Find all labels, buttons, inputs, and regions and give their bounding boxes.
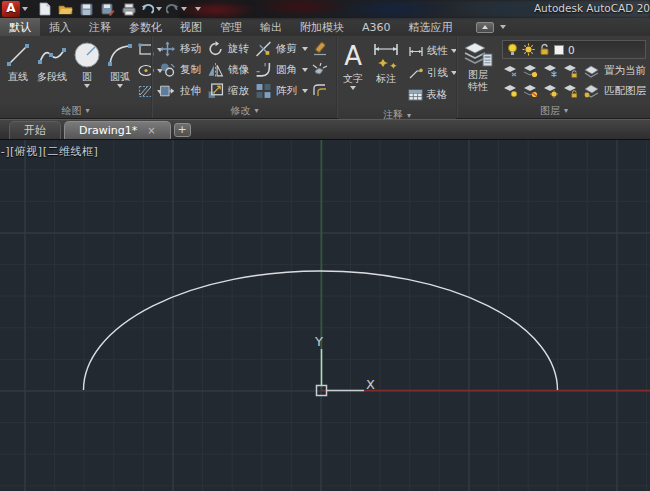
scale-icon (207, 83, 224, 99)
open-file-button[interactable] (57, 1, 74, 17)
undo-dropdown-icon[interactable] (156, 7, 162, 11)
move-icon (159, 41, 176, 57)
array-button[interactable]: 阵列 (253, 83, 310, 99)
redo-dropdown-icon[interactable] (181, 7, 187, 11)
new-file-button[interactable] (36, 1, 53, 17)
circle-button[interactable]: 圆 (70, 38, 104, 103)
stretch-icon (159, 83, 176, 99)
file-tab-start[interactable]: 开始 (9, 121, 61, 139)
ribbon-minimize-button[interactable] (476, 18, 506, 36)
ribbon-tab-insert[interactable]: 插入 (40, 18, 80, 36)
layer-properties-button[interactable]: 图层 特性 (460, 38, 496, 103)
layer-select-dropdown[interactable]: 0 (502, 40, 646, 59)
layer-freeze-button[interactable] (542, 63, 559, 79)
layer-off-button[interactable] (502, 63, 519, 79)
model-space-canvas[interactable]: [-][俯视][二维线框] X Y (0, 140, 650, 491)
offset-button[interactable] (312, 83, 329, 99)
explode-button[interactable] (312, 62, 329, 78)
fillet-dropdown-icon[interactable] (302, 68, 308, 72)
scale-button[interactable]: 缩放 (205, 83, 251, 99)
ribbon-minimize-icon (476, 22, 494, 33)
arc-button[interactable]: 圆弧 (104, 38, 136, 103)
trim-dropdown-icon[interactable] (302, 47, 308, 51)
text-dropdown-icon[interactable] (350, 86, 356, 90)
layer-unlock-icon (539, 43, 550, 56)
ribbon-tab-featured-apps[interactable]: 精选应用 (400, 18, 462, 36)
drawing-overlay: X Y (0, 140, 650, 491)
panel-modify: 移动 旋转 修剪 复制 (153, 36, 336, 118)
close-tab-icon[interactable]: × (147, 125, 155, 136)
erase-button[interactable] (312, 41, 329, 57)
ribbon-tab-default[interactable]: 默认 (0, 18, 40, 36)
ucs-x-label: X (366, 377, 375, 392)
stretch-button[interactable]: 拉伸 (157, 83, 203, 99)
ribbon-tab-a360[interactable]: A360 (353, 18, 400, 36)
set-current-layer-button[interactable]: 置为当前 (604, 64, 646, 78)
ribbon-tab-addins[interactable]: 附加模块 (291, 18, 353, 36)
ribbon-tab-annotate[interactable]: 注释 (80, 18, 120, 36)
table-button[interactable]: 表格 (408, 85, 457, 105)
dimension-button[interactable]: 标注 (368, 38, 404, 108)
rotate-icon (207, 41, 224, 57)
arc-dropdown-icon[interactable] (117, 84, 123, 88)
array-dropdown-icon[interactable] (302, 89, 308, 93)
layer-isolate-button[interactable] (522, 63, 539, 79)
linear-dimension-icon (408, 46, 424, 57)
fillet-button[interactable]: 圆角 (253, 62, 310, 78)
polyline-button[interactable]: 多段线 (34, 38, 70, 103)
undo-button[interactable] (141, 3, 162, 15)
layer-tools-row-1: 置为当前 (502, 61, 646, 81)
save-floppy-icon (80, 3, 93, 16)
copy-button[interactable]: 复制 (157, 62, 203, 78)
move-button[interactable]: 移动 (157, 41, 203, 57)
match-layer-button[interactable]: 匹配图层 (604, 84, 646, 98)
trim-button[interactable]: 修剪 (253, 41, 310, 57)
redo-button[interactable] (166, 3, 187, 15)
layer-thaw-button[interactable] (542, 83, 559, 99)
panel-title-modify[interactable]: 修改 (153, 103, 336, 118)
offset-icon (312, 83, 328, 98)
layer-unisolate-button[interactable] (522, 83, 539, 99)
ribbon-minimize-dropdown-icon[interactable] (500, 25, 506, 29)
file-tab-drawing1[interactable]: Drawing1* × (64, 121, 171, 139)
layer-lock-button[interactable] (562, 63, 579, 79)
layer-color-swatch[interactable] (554, 45, 564, 55)
circle-icon (73, 39, 101, 71)
ribbon-tab-parametric[interactable]: 参数化 (120, 18, 171, 36)
ribbon-tab-manage[interactable]: 管理 (211, 18, 251, 36)
ribbon-tab-output[interactable]: 输出 (251, 18, 291, 36)
qat-customize-icon[interactable] (195, 7, 201, 11)
layer-properties-icon (463, 39, 493, 69)
line-button[interactable]: 直线 (2, 38, 34, 103)
circle-dropdown-icon[interactable] (84, 84, 90, 88)
table-icon (408, 89, 423, 101)
ribbon-tab-view[interactable]: 视图 (171, 18, 211, 36)
explode-icon (312, 62, 328, 77)
ellipse-arc-entity[interactable] (84, 271, 558, 390)
arc-icon (107, 39, 133, 71)
text-icon: A (344, 39, 362, 73)
text-button[interactable]: A 文字 (340, 38, 366, 108)
new-file-icon (39, 2, 51, 16)
quick-access-toolbar (36, 1, 201, 17)
dimension-icon (371, 39, 401, 73)
save-as-button[interactable] (99, 1, 116, 17)
application-menu-button[interactable]: A (2, 0, 28, 18)
mirror-icon (207, 62, 224, 78)
layer-on-button[interactable] (502, 83, 519, 99)
plot-button[interactable] (120, 1, 137, 17)
mirror-button[interactable]: 镜像 (205, 62, 251, 78)
new-drawing-tab-button[interactable]: + (174, 123, 191, 137)
linear-dimension-button[interactable]: 线性 (408, 41, 457, 61)
window-title: Autodesk AutoCAD 20 (534, 2, 650, 14)
line-icon (5, 39, 31, 71)
panel-title-draw[interactable]: 绘图 (0, 103, 151, 118)
printer-icon (122, 3, 136, 16)
title-bar: A Autodesk AutoCAD 20 (0, 0, 650, 18)
save-button[interactable] (78, 1, 95, 17)
leader-button[interactable]: 引线 (408, 63, 457, 83)
panel-title-layers[interactable]: 图层 (458, 103, 650, 118)
trim-icon (255, 41, 272, 57)
layer-unlock-button[interactable] (562, 83, 579, 99)
rotate-button[interactable]: 旋转 (205, 41, 251, 57)
